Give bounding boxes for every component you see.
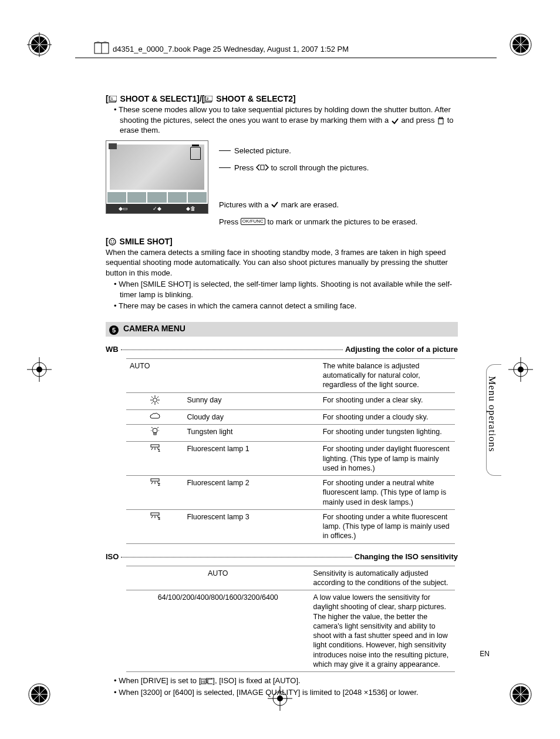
svg-line-61 — [151, 402, 153, 404]
iso-note-2: When [3200] or [6400] is selected, [IMAG… — [109, 687, 458, 698]
svg-text:2: 2 — [158, 482, 160, 486]
crop-mark-icon — [27, 32, 52, 57]
table-row: 64/100/200/400/800/1600/3200/6400A low v… — [126, 590, 455, 672]
svg-line-69 — [151, 448, 153, 450]
side-chapter-label: Menu operations — [486, 376, 498, 452]
trash-icon — [190, 147, 201, 160]
shoot-select-desc: These scene modes allow you to take sequ… — [109, 105, 458, 136]
svg-line-58 — [151, 397, 153, 398]
checkmark-icon — [271, 201, 279, 208]
burst2-icon: 2 — [204, 96, 212, 103]
svg-line-59 — [157, 402, 158, 404]
cloud-icon — [126, 409, 183, 424]
wb-key: WB — [106, 345, 119, 354]
table-row: Cloudy dayFor shooting under a cloudy sk… — [126, 409, 455, 424]
svg-point-52 — [113, 240, 114, 241]
table-row: Sunny dayFor shooting under a clear sky. — [126, 392, 455, 409]
playback-thumbnail: ◆▭✓◆◆🗑 — [106, 140, 208, 214]
menu-number-icon: 5 — [109, 325, 119, 335]
svg-point-33 — [518, 367, 524, 372]
svg-rect-48 — [109, 143, 117, 149]
figure-annotations: Selected picture. Press to scroll throug… — [219, 140, 417, 226]
table-row: Tungsten lightFor shooting under tungste… — [126, 425, 455, 442]
svg-rect-63 — [154, 433, 156, 435]
smile-bullet-2: There may be cases in which the camera c… — [109, 301, 458, 311]
sun-icon — [126, 392, 183, 409]
svg-line-60 — [157, 397, 158, 398]
svg-point-29 — [36, 367, 42, 372]
svg-rect-73 — [151, 479, 159, 481]
smile-face-icon — [109, 238, 116, 246]
bulb-icon — [126, 425, 183, 442]
fluorescent2-icon: 2 — [126, 476, 183, 510]
fluorescent1-icon: 1 — [126, 442, 183, 476]
hi-burst-icon: Hi — [201, 678, 212, 685]
crop-mark-icon — [508, 32, 533, 57]
smile-shot-heading: [ SMILE SHOT] — [106, 237, 458, 246]
camera-menu-heading: 5 CAMERA MENU — [106, 322, 458, 337]
fluorescent3-icon: 3 — [126, 509, 183, 543]
table-row: AUTOThe white balance is adjusted automa… — [126, 358, 455, 392]
svg-line-66 — [151, 427, 153, 428]
book-icon — [94, 41, 109, 56]
table-row: 3 Fluorescent lamp 3For shooting under a… — [126, 509, 455, 543]
burst1-icon: 1 — [109, 96, 117, 103]
wb-heading-row: WB Adjusting the color of a picture — [106, 345, 458, 354]
crop-mark-icon — [27, 682, 52, 707]
page-lang: EN — [480, 650, 490, 658]
crop-mark-icon — [27, 357, 52, 382]
svg-point-62 — [153, 428, 157, 433]
svg-rect-78 — [151, 513, 159, 515]
erase-icon — [437, 116, 445, 125]
svg-text:Hi: Hi — [201, 680, 205, 684]
svg-point-53 — [153, 398, 157, 402]
crop-mark-icon — [508, 357, 533, 382]
svg-rect-45 — [438, 119, 443, 124]
table-row: AUTOSensitivity is automatically adjuste… — [126, 566, 455, 590]
wb-desc: Adjusting the color of a picture — [345, 345, 458, 354]
wb-table: AUTOThe white balance is adjusted automa… — [126, 358, 455, 544]
crop-mark-icon — [508, 682, 533, 707]
svg-rect-49 — [261, 165, 264, 170]
page-header-meta: d4351_e_0000_7.book Page 25 Wednesday, A… — [113, 45, 349, 53]
left-right-arrow-icon — [256, 164, 269, 171]
svg-line-74 — [151, 482, 153, 484]
iso-heading-row: ISO Changing the ISO sensitivity — [106, 552, 458, 561]
svg-point-50 — [109, 239, 116, 245]
smile-bullet-1: When [SMILE SHOT] is selected, the self-… — [109, 279, 458, 300]
header-rule — [75, 58, 497, 58]
svg-text:1: 1 — [158, 448, 160, 452]
ok-func-button-icon: OK/FUNC — [241, 218, 265, 225]
shoot-select-heading: [1 SHOOT & SELECT1]/[2 SHOOT & SELECT2] — [106, 94, 458, 103]
table-row: 2 Fluorescent lamp 2For shooting under a… — [126, 476, 455, 510]
iso-table: AUTOSensitivity is automatically adjuste… — [126, 566, 455, 673]
smile-shot-desc: When the camera detects a smiling face i… — [106, 247, 458, 278]
iso-desc: Changing the ISO sensitivity — [355, 552, 458, 561]
iso-note-1: When [DRIVE] is set to [Hi], [ISO] is fi… — [109, 676, 458, 686]
svg-rect-68 — [151, 445, 159, 447]
svg-line-79 — [151, 516, 153, 518]
svg-point-51 — [110, 240, 112, 241]
svg-line-67 — [157, 427, 158, 428]
checkmark-icon — [391, 117, 399, 125]
table-row: 1 Fluorescent lamp 1For shooting under d… — [126, 442, 455, 476]
svg-text:3: 3 — [158, 516, 160, 520]
iso-key: ISO — [106, 552, 119, 561]
rec-indicator-icon — [109, 143, 117, 149]
